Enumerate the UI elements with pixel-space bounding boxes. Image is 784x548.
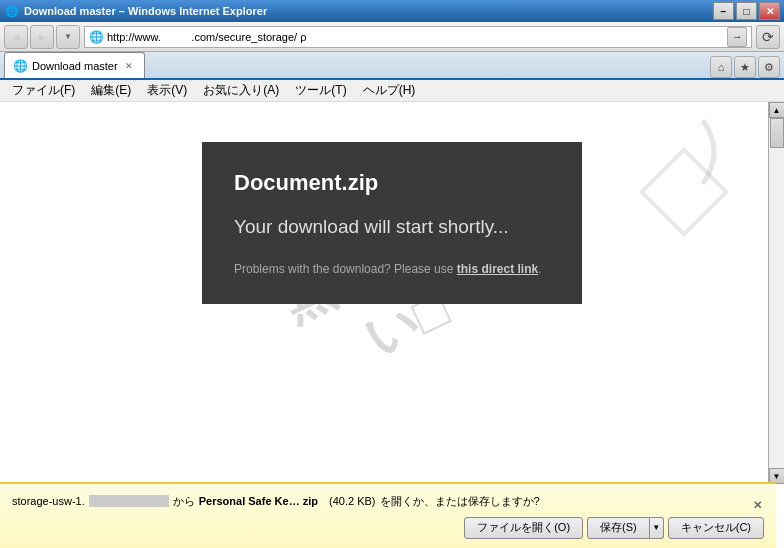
settings-button[interactable]: ⚙	[758, 56, 780, 78]
back-button[interactable]: ◄	[4, 25, 28, 49]
download-bar: storage-usw-1.████████████ から Personal S…	[0, 482, 776, 548]
download-message: Your download will start shortly...	[234, 216, 550, 238]
download-bar-close[interactable]: ✕	[750, 498, 764, 512]
title-bar: 🌐 Download master – Windows Internet Exp…	[0, 0, 784, 22]
save-button-group: 保存(S) ▼	[587, 517, 664, 539]
tab-close-button[interactable]: ✕	[122, 59, 136, 73]
forward-button[interactable]: ►	[30, 25, 54, 49]
tab-favicon: 🌐	[13, 59, 28, 73]
download-filename-bar: Personal Safe Ke… zip	[199, 495, 318, 507]
scroll-track[interactable]	[770, 118, 784, 468]
address-favicon: 🌐	[89, 30, 103, 44]
dropdown-button[interactable]: ▼	[56, 25, 80, 49]
refresh-button[interactable]: ⟳	[756, 25, 780, 49]
menu-bar: ファイル(F) 編集(E) 表示(V) お気に入り(A) ツール(T) ヘルプ(…	[0, 80, 784, 102]
watermark-curve	[644, 112, 724, 192]
home-button[interactable]: ⌂	[710, 56, 732, 78]
menu-help[interactable]: ヘルプ(H)	[355, 80, 424, 101]
svg-rect-0	[642, 150, 727, 235]
link-suffix: .	[538, 262, 541, 276]
menu-view[interactable]: 表示(V)	[139, 80, 195, 101]
menu-tools[interactable]: ツール(T)	[287, 80, 354, 101]
download-problem: Problems with the download? Please use t…	[234, 262, 550, 276]
cancel-label: キャンセル(C)	[681, 520, 751, 535]
download-filename: Document.zip	[234, 170, 550, 196]
restore-button[interactable]: □	[736, 2, 757, 20]
menu-favorites[interactable]: お気に入り(A)	[195, 80, 287, 101]
scroll-up-arrow[interactable]: ▲	[769, 102, 785, 118]
download-bar-info: storage-usw-1.████████████ から Personal S…	[12, 494, 540, 509]
scrollbar[interactable]: ▲ ▼	[768, 102, 784, 484]
favorites-button[interactable]: ★	[734, 56, 756, 78]
download-bar-actions: ファイルを開く(O) 保存(S) ▼ キャンセル(C)	[12, 517, 764, 539]
save-button[interactable]: 保存(S)	[587, 517, 650, 539]
save-dropdown-arrow[interactable]: ▼	[650, 517, 664, 539]
address-input[interactable]	[107, 31, 723, 43]
window-title: Download master – Windows Internet Explo…	[24, 5, 713, 17]
address-go-button[interactable]: →	[727, 27, 747, 47]
tab-bar: 🌐 Download master ✕ ⌂ ★ ⚙	[0, 52, 784, 80]
minimize-button[interactable]: −	[713, 2, 734, 20]
download-info-middle: から	[173, 494, 195, 509]
close-button[interactable]: ✕	[759, 2, 780, 20]
browser-icon: 🌐	[4, 3, 20, 19]
tab-label: Download master	[32, 60, 118, 72]
download-source-domain: ████████████	[89, 495, 169, 507]
download-box: Document.zip Your download will start sh…	[202, 142, 582, 304]
navigation-bar: ◄ ► ▼ 🌐 → ⟳	[0, 22, 784, 52]
save-label: 保存(S)	[600, 520, 637, 535]
watermark-diamond	[624, 132, 744, 252]
menu-edit[interactable]: 編集(E)	[83, 80, 139, 101]
download-size: (40.2 KB)	[329, 495, 375, 507]
address-bar: 🌐 →	[84, 26, 752, 48]
open-file-label: ファイルを開く(O)	[477, 520, 570, 535]
content-area: 無断転載い□ Document.zip Your download will s…	[0, 102, 784, 484]
active-tab[interactable]: 🌐 Download master ✕	[4, 52, 145, 78]
window-controls: − □ ✕	[713, 2, 780, 20]
open-file-button[interactable]: ファイルを開く(O)	[464, 517, 583, 539]
tab-nav-right: ⌂ ★ ⚙	[710, 56, 780, 78]
cancel-button[interactable]: キャンセル(C)	[668, 517, 764, 539]
menu-file[interactable]: ファイル(F)	[4, 80, 83, 101]
download-source-prefix: storage-usw-1.	[12, 495, 85, 507]
direct-link[interactable]: this direct link	[457, 262, 538, 276]
scroll-thumb[interactable]	[770, 118, 784, 148]
download-info-suffix: を開くか、または保存しますか?	[380, 494, 540, 509]
problem-text: Problems with the download? Please use	[234, 262, 457, 276]
